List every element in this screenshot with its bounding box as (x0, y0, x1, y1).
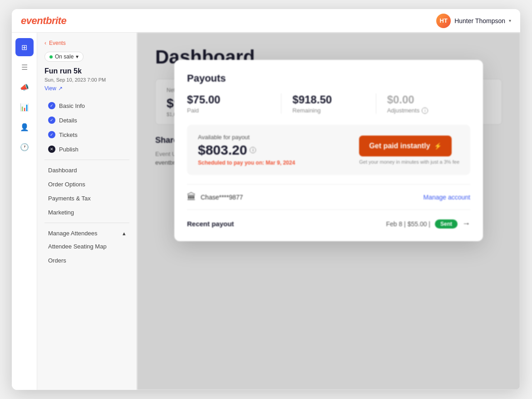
nav-label-tickets: Tickets (59, 131, 78, 138)
get-paid-button[interactable]: Get paid instantly ⚡ (359, 136, 451, 156)
payout-left: Available for payout $803.20 i Scheduled… (198, 134, 295, 166)
browser-window: eventbrite HT Hunter Thompson ▾ ⊞ ☰ 📣 📊 … (12, 9, 520, 390)
user-area[interactable]: HT Hunter Thompson ▾ (436, 14, 511, 28)
nav-item-publish[interactable]: ✕ Publish (44, 142, 129, 156)
check-icon-basic: ✓ (48, 102, 55, 109)
nav-seating-map[interactable]: Attendee Seating Map (44, 240, 129, 253)
bank-info: 🏛 Chase****9877 (187, 192, 243, 202)
available-info-icon[interactable]: i (250, 147, 256, 153)
nav-item-basic-info[interactable]: ✓ Basic Info (44, 99, 129, 112)
payout-arrow-icon[interactable]: → (462, 219, 470, 229)
nav-order-options[interactable]: Order Options (44, 178, 129, 191)
modal-overlay: Payouts $75.00 Paid $918.50 Remaining $0… (137, 33, 520, 390)
remaining-value: $918.50 (292, 93, 375, 106)
manage-account-link[interactable]: Manage account (423, 194, 470, 201)
status-badge[interactable]: On sale ▾ (44, 52, 84, 62)
remaining-label: Remaining (292, 107, 375, 114)
nav-label-details: Details (59, 117, 77, 124)
sidebar-icon-chart[interactable]: 📊 (15, 98, 34, 116)
available-label: Available for payout (198, 134, 295, 141)
available-amount: $803.20 i (198, 142, 295, 158)
check-icon-tickets: ✓ (48, 131, 55, 138)
available-payout-section: Available for payout $803.20 i Scheduled… (187, 125, 470, 175)
paid-label: Paid (187, 107, 270, 114)
nav-label-publish: Publish (59, 146, 79, 153)
nav-divider (44, 160, 129, 160)
nav-divider-2 (44, 223, 129, 223)
main-layout: ⊞ ☰ 📣 📊 👤 🕐 ‹ Events On sale ▾ Fun run 5… (12, 33, 520, 390)
status-dot (49, 55, 53, 58)
nav-orders[interactable]: Orders (44, 254, 129, 267)
bank-row: 🏛 Chase****9877 Manage account (187, 184, 470, 210)
back-arrow-icon[interactable]: ‹ (44, 40, 46, 46)
lightning-icon: ⚡ (434, 142, 442, 150)
sidebar-icon-grid[interactable]: ⊞ (15, 38, 34, 56)
event-title: Fun run 5k (44, 67, 129, 75)
breadcrumb[interactable]: ‹ Events (44, 40, 129, 46)
sidebar-icon-list[interactable]: ☰ (15, 58, 34, 76)
sidebar-icon-person[interactable]: 👤 (15, 118, 34, 136)
external-link-icon: ↗ (58, 85, 63, 92)
event-date: Sun, Sep 10, 2023 7:00 PM (44, 77, 129, 83)
check-icon-publish: ✕ (48, 146, 55, 153)
chevron-up-icon: ▴ (123, 230, 126, 237)
chevron-down-icon[interactable]: ▾ (509, 18, 511, 23)
logo: eventbrite (21, 15, 66, 27)
bank-name: Chase****9877 (201, 194, 243, 201)
adjustments-value: $0.00 (387, 93, 470, 106)
check-icon-details: ✓ (48, 117, 55, 124)
user-name: Hunter Thompson (454, 17, 505, 24)
main-content: Dashboard Net sales ⓘ $975.50 $1,020.50 … (137, 33, 520, 390)
payouts-modal: Payouts $75.00 Paid $918.50 Remaining $0… (174, 60, 483, 241)
nav-manage-attendees[interactable]: Manage Attendees ▴ (44, 227, 129, 240)
sidebar-icon-clock[interactable]: 🕐 (15, 138, 34, 156)
recent-payout-label: Recent payout (187, 220, 234, 228)
modal-title: Payouts (187, 73, 470, 84)
scheduled-text: Scheduled to pay you on: Mar 9, 2024 (198, 160, 295, 166)
nav-marketing[interactable]: Marketing (44, 206, 129, 219)
recent-date: Feb 8 | $55.00 | (386, 220, 430, 228)
get-paid-label: Get paid instantly (369, 142, 430, 150)
adjustments-info-icon[interactable]: i (422, 107, 428, 114)
paid-block: $75.00 Paid (187, 93, 281, 114)
nav-item-tickets[interactable]: ✓ Tickets (44, 128, 129, 141)
recent-payout-right: Feb 8 | $55.00 | Sent → (386, 219, 470, 229)
payout-right: Get paid instantly ⚡ Get your money in m… (359, 136, 459, 165)
bank-icon: 🏛 (187, 192, 196, 202)
view-link[interactable]: View ↗ (44, 85, 129, 92)
adjustments-label: Adjustments i (387, 107, 470, 114)
adjustments-block: $0.00 Adjustments i (376, 93, 470, 114)
badge-chevron-icon: ▾ (76, 54, 79, 60)
sidebar-icon-megaphone[interactable]: 📣 (15, 78, 34, 96)
avatar: HT (436, 14, 451, 28)
remaining-block: $918.50 Remaining (281, 93, 375, 114)
nav-label-basic: Basic Info (59, 102, 85, 109)
fee-text: Get your money in minutes with just a 3%… (359, 159, 459, 165)
nav-dashboard[interactable]: Dashboard (44, 164, 129, 177)
icon-sidebar: ⊞ ☰ 📣 📊 👤 🕐 (12, 33, 37, 390)
topbar: eventbrite HT Hunter Thompson ▾ (12, 9, 520, 33)
nav-item-details[interactable]: ✓ Details (44, 113, 129, 127)
sent-badge: Sent (435, 219, 458, 229)
paid-value: $75.00 (187, 93, 270, 106)
left-panel: ‹ Events On sale ▾ Fun run 5k Sun, Sep 1… (37, 33, 137, 390)
recent-payout-row: Recent payout Feb 8 | $55.00 | Sent → (187, 219, 470, 229)
nav-payments-tax[interactable]: Payments & Tax (44, 192, 129, 205)
payout-amounts: $75.00 Paid $918.50 Remaining $0.00 Adju… (187, 93, 470, 114)
